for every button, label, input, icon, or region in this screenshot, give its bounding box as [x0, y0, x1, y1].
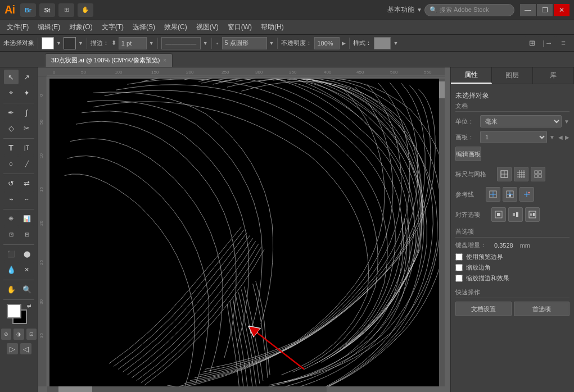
menu-help[interactable]: 帮助(H) — [256, 20, 288, 35]
direct-select-tool[interactable]: ↗ — [20, 70, 34, 84]
stroke-up-down[interactable]: ⬍ — [111, 39, 116, 47]
menu-type[interactable]: 文字(T) — [97, 20, 128, 35]
stroke-weight-input[interactable]: 1 pt — [119, 37, 147, 49]
align-to-page-icon[interactable] — [491, 207, 506, 222]
horizontal-scrollbar-thumb[interactable] — [58, 386, 92, 392]
touch-icon[interactable]: ✋ — [78, 3, 93, 17]
select-tool[interactable]: ↖ — [4, 70, 19, 84]
ellipse-tool[interactable]: ○ — [4, 156, 19, 171]
menu-view[interactable]: 视图(V) — [192, 20, 223, 35]
tab-close-button[interactable]: × — [163, 57, 166, 63]
column-graph-tool[interactable]: 📊 — [20, 211, 34, 226]
gradient-tool[interactable]: ⬛ — [4, 247, 19, 261]
grid-icon[interactable] — [514, 167, 528, 181]
gradient-fill-icon[interactable]: ◑ — [13, 329, 24, 340]
symbol-sprayer[interactable]: ❋ — [4, 211, 19, 226]
tab-library[interactable]: 库 — [533, 67, 574, 84]
menu-effect[interactable]: 效果(C) — [160, 20, 192, 35]
opacity-arrow[interactable]: ▶ — [342, 40, 346, 46]
artwork-canvas-container[interactable] — [49, 79, 445, 386]
fill-color-box[interactable] — [42, 37, 54, 49]
document-tab[interactable]: 3D点状图.ai @ 100% (CMYK/像素预览) × — [45, 53, 173, 67]
fill-arrow[interactable]: ▼ — [56, 40, 61, 46]
opacity-input[interactable]: 100% — [314, 37, 340, 49]
type-tool[interactable]: T — [4, 140, 19, 155]
artboard-prev[interactable]: ◀ — [558, 134, 563, 140]
eyedropper-tool[interactable]: 💧 — [4, 262, 19, 277]
vertical-type-tool[interactable]: |T — [20, 140, 34, 155]
align-icon[interactable]: ⊞ — [525, 36, 539, 51]
menu-edit[interactable]: 编辑(E) — [33, 20, 65, 35]
stroke-style-line[interactable]: ――――― — [161, 37, 201, 49]
menu-file[interactable]: 文件(F) — [2, 20, 33, 35]
anchor-tool[interactable]: ◇ — [4, 121, 19, 135]
maximize-button[interactable]: ❐ — [537, 4, 553, 16]
artboard-tool[interactable]: ⊡ — [4, 227, 19, 241]
width-tool[interactable]: ↔ — [20, 192, 34, 206]
unit-select[interactable]: 毫米 像素 厘米 英寸 点 — [480, 115, 562, 127]
horizontal-scrollbar[interactable] — [47, 386, 327, 392]
menu-window[interactable]: 窗口(W) — [223, 20, 256, 35]
slice-tool[interactable]: ⊟ — [20, 227, 34, 241]
doc-settings-btn[interactable]: 文档设置 — [455, 302, 512, 316]
stroke-style-arrow[interactable]: ▼ — [203, 40, 208, 46]
pattern-fill-icon[interactable]: ⊡ — [26, 329, 37, 340]
reflect-tool[interactable]: ⇄ — [20, 176, 34, 190]
menu-select[interactable]: 选择(S) — [128, 20, 160, 35]
transform-icon[interactable]: |→ — [540, 36, 555, 51]
eraser-tool[interactable]: ╱ — [20, 156, 34, 171]
style-preview[interactable] — [374, 37, 391, 49]
stroke-color-box[interactable] — [64, 37, 76, 49]
profile-arrow[interactable]: ▼ — [269, 40, 274, 46]
blend-tool[interactable]: ⬤ — [20, 247, 34, 261]
align-to-artboard-icon[interactable] — [525, 207, 540, 222]
tab-layers[interactable]: 图层 — [492, 67, 533, 84]
use-preview-checkbox[interactable] — [455, 253, 463, 261]
curvature-tool[interactable]: ∫ — [20, 105, 34, 120]
warp-tool[interactable]: ⌁ — [4, 192, 19, 206]
grid-icon[interactable]: ⊞ — [58, 3, 74, 17]
pixel-grid-icon[interactable] — [531, 167, 545, 181]
stroke-color-arrow[interactable]: ▼ — [78, 40, 83, 46]
lock-guides-icon[interactable] — [503, 187, 517, 202]
scissors-tool[interactable]: ✂ — [20, 121, 34, 135]
foreground-color-box[interactable] — [7, 304, 21, 318]
rulers-icon[interactable] — [497, 167, 512, 181]
minimize-button[interactable]: — — [520, 4, 536, 16]
swap-colors-icon[interactable]: ⇄ — [27, 303, 31, 308]
measure-tool[interactable]: ✕ — [20, 262, 34, 277]
lasso-tool[interactable]: ⌖ — [4, 85, 19, 100]
align-to-selection-icon[interactable] — [508, 207, 523, 222]
hand-tool[interactable]: ✋ — [4, 282, 19, 297]
stock-icon[interactable]: St — [39, 3, 55, 17]
draw-behind-icon[interactable]: ◁ — [20, 343, 31, 354]
vertical-scrollbar-thumb[interactable] — [439, 81, 445, 98]
scale-stroke-checkbox[interactable] — [455, 275, 463, 282]
keyboard-value: 0.3528 — [494, 242, 513, 249]
none-fill-icon[interactable]: ⊘ — [1, 329, 11, 340]
more-icon[interactable]: ≡ — [556, 36, 571, 51]
bridge-icon[interactable]: Br — [20, 3, 36, 17]
variable-width-profile[interactable]: 5 点圆形 — [222, 37, 267, 49]
stock-search-bar[interactable]: 🔍 搜索 Adobe Stock — [424, 4, 514, 16]
clear-guides-icon[interactable] — [519, 187, 534, 202]
close-button[interactable]: ✕ — [554, 4, 570, 16]
svg-text:300: 300 — [255, 70, 263, 75]
show-guides-icon[interactable] — [486, 187, 500, 202]
vertical-scrollbar[interactable] — [439, 79, 445, 386]
artboard-select[interactable]: 1 2 — [480, 131, 547, 143]
zoom-tool[interactable]: 🔍 — [20, 282, 34, 297]
rotate-tool[interactable]: ↺ — [4, 176, 19, 190]
magic-wand-tool[interactable]: ✦ — [20, 85, 34, 100]
rulers-section: 标尺与网格 — [455, 167, 570, 181]
pen-tool[interactable]: ✒ — [4, 105, 19, 120]
artboard-next[interactable]: ▶ — [565, 134, 570, 140]
draw-normal-icon[interactable]: ▷ — [7, 343, 18, 354]
menu-object[interactable]: 对象(O) — [65, 20, 97, 35]
tab-properties[interactable]: 属性 — [451, 67, 492, 84]
scale-corners-checkbox[interactable] — [455, 264, 463, 271]
edit-artboard-btn[interactable]: 编辑画板 — [455, 147, 481, 161]
stroke-weight-arrow[interactable]: ▼ — [149, 40, 154, 46]
preferences-btn[interactable]: 首选项 — [514, 302, 570, 316]
style-arrow[interactable]: ▼ — [393, 40, 398, 46]
